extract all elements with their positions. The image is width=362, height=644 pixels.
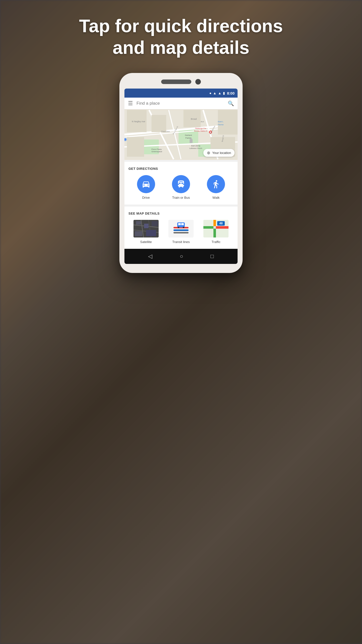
svg-rect-61 [203, 226, 213, 229]
speaker [161, 79, 191, 84]
location-target-icon: ⊕ [207, 150, 210, 155]
svg-rect-44 [136, 221, 141, 225]
svg-rect-64 [213, 229, 216, 237]
svg-rect-52 [173, 232, 189, 233]
drive-item[interactable]: Drive [137, 175, 155, 199]
status-bar: ● ▲ ▲ ▮ 8:00 [124, 89, 238, 98]
svg-text:Farme: Farme [218, 124, 224, 126]
camera [195, 79, 201, 85]
traffic-item[interactable]: 48 Traffic [203, 220, 229, 244]
status-icons: ● ▲ ▲ ▮ [209, 91, 225, 95]
battery-status-icon: ▮ [223, 91, 225, 95]
walk-item[interactable]: Walk [207, 175, 225, 199]
get-directions-title: GET DIRECTIONS [128, 167, 234, 171]
transit-lines-label: Transit lines [172, 240, 190, 244]
svg-text:Bureau Station 8: Bureau Station 8 [194, 130, 207, 132]
svg-rect-48 [146, 230, 156, 236]
bottom-nav: ◁ ○ □ [124, 249, 238, 264]
see-map-details-section: SEE MAP DETAILS [124, 205, 238, 249]
drive-circle [137, 175, 155, 193]
phone-body: ● ▲ ▲ ▮ 8:00 ☰ 🔍 [119, 73, 243, 273]
location-status-icon: ● [209, 91, 211, 95]
svg-text:Ave: Ave [201, 120, 204, 123]
recents-button[interactable]: □ [210, 253, 214, 260]
map-area[interactable]: N Negley Ave Penn Ave East L Farme Broad… [124, 109, 238, 160]
your-location-button[interactable]: ⊕ Your location [203, 149, 235, 157]
search-input[interactable] [137, 101, 224, 106]
svg-text:Penn Plaza: Penn Plaza [152, 148, 162, 150]
search-bar[interactable]: ☰ 🔍 [124, 98, 238, 109]
train-bus-label: Train or Bus [172, 196, 190, 199]
svg-text:Penn Ave: Penn Ave [161, 130, 170, 133]
svg-rect-45 [144, 224, 149, 228]
directions-row: Drive Train or Bus [128, 175, 234, 199]
svg-text:N Negley Ave: N Negley Ave [132, 120, 145, 123]
svg-point-56 [178, 227, 179, 228]
get-directions-section: GET DIRECTIONS Drive [124, 160, 238, 205]
walk-circle [207, 175, 225, 193]
svg-text:Greenspace: Greenspace [152, 150, 162, 153]
see-map-details-title: SEE MAP DETAILS [128, 212, 234, 215]
walk-label: Walk [212, 196, 219, 199]
svg-rect-46 [152, 221, 158, 226]
traffic-label: Traffic [212, 240, 220, 244]
satellite-label: Satellite [140, 240, 152, 244]
svg-rect-47 [135, 231, 142, 236]
hero-title: Tap for quick directions and map details [0, 15, 362, 59]
svg-rect-54 [178, 223, 181, 225]
your-location-label: Your location [212, 151, 231, 155]
satellite-item[interactable]: Satellite [133, 220, 159, 244]
map-details-row: Satellite [128, 220, 234, 244]
svg-rect-63 [213, 220, 216, 226]
svg-text:Lutheran Church: Lutheran Church [189, 147, 202, 149]
svg-text:Pittsburgh Fire: Pittsburgh Fire [195, 128, 206, 130]
phone-screen: ● ▲ ▲ ▮ 8:00 ☰ 🔍 [124, 89, 238, 264]
back-button[interactable]: ◁ [148, 253, 152, 260]
wifi-status-icon: ▲ [213, 91, 216, 95]
svg-rect-11 [152, 115, 166, 132]
svg-rect-62 [216, 226, 229, 229]
phone-top-hardware [124, 78, 238, 86]
svg-rect-14 [127, 137, 144, 157]
svg-text:Broad: Broad [191, 118, 197, 120]
status-time: 8:00 [227, 91, 235, 95]
traffic-thumbnail: 48 [203, 220, 229, 237]
svg-rect-55 [181, 223, 184, 225]
transit-lines-thumbnail [168, 220, 194, 237]
signal-status-icon: ▲ [218, 91, 221, 95]
svg-text:East Liberty: East Liberty [191, 145, 201, 147]
svg-rect-51 [173, 229, 189, 231]
train-bus-circle [172, 175, 190, 193]
transit-lines-item[interactable]: Transit lines [168, 220, 194, 244]
train-bus-item[interactable]: Train or Bus [172, 175, 190, 199]
svg-text:48: 48 [219, 222, 223, 225]
phone-bottom-hardware [124, 264, 238, 268]
phone-mockup: ● ▲ ▲ ▮ 8:00 ☰ 🔍 [119, 73, 243, 273]
hamburger-icon[interactable]: ☰ [128, 100, 133, 107]
home-button[interactable]: ○ [180, 253, 183, 260]
satellite-thumbnail [133, 220, 159, 237]
svg-rect-30 [190, 140, 193, 143]
search-icon[interactable]: 🔍 [228, 100, 234, 106]
svg-text:Garland: Garland [185, 134, 192, 136]
svg-text:East L: East L [218, 120, 224, 123]
svg-point-57 [183, 227, 184, 228]
drive-label: Drive [142, 196, 150, 199]
